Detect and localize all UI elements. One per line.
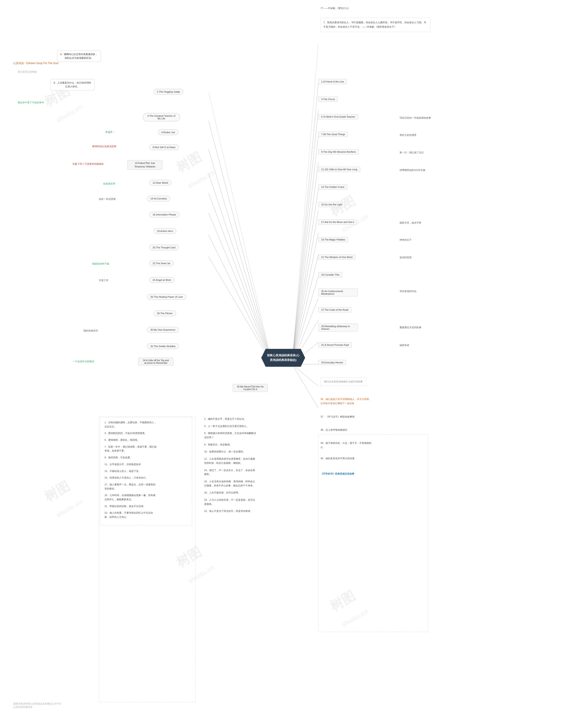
watermark-6b: shuitu.cn <box>340 608 369 629</box>
svg-line-5 <box>292 189 318 364</box>
chapter-l24: 24.Angel at Work <box>149 277 174 283</box>
right-quote36: 36、倾心血的工作不但帮助他人，并大力培养，让年轻才有信心继续下一份任务 <box>321 397 373 405</box>
chapter-r21: 21.The Wisdom of One Word <box>318 255 355 260</box>
chapter-l10: 10.Failure?No! Just Temporary Setbacks <box>127 160 162 170</box>
rodeo-label: 罗迪乔 ： <box>105 131 116 134</box>
chapter-r17: 17.Ask for the Moon and Get it <box>318 219 357 225</box>
svg-line-6 <box>292 211 318 364</box>
life-change-label: 我会命中更了不起的奇件 <box>18 101 44 104</box>
watermark-4b: shuitu.cn <box>55 498 84 519</box>
watermark-5b: shuitu.cn <box>186 564 215 585</box>
chapter-r31-cn: 秘密承诺 <box>400 344 409 347</box>
chapter-l14: 14.Hi,Cornelius <box>147 196 170 201</box>
svg-line-3 <box>292 136 318 364</box>
chapter-l22: 22.The Seed Jar <box>149 260 174 266</box>
cn-quote-9: 9、曾经同用，不枉此爱。 <box>104 455 187 460</box>
cn-quote-r14: 14、错过了，不一定会长久，失去了，未必会再拥有。 <box>204 468 297 476</box>
watermark-2: 树图 <box>173 148 204 177</box>
svg-rect-25 <box>318 434 428 632</box>
cn-quote-23: 23、做人向前看，不要停留在回忆之中无法自拔，这样伤人又伤心。 <box>104 511 187 519</box>
cn-quote-17: 17、做人要看开一点，看远点，总有一道最美的等别着你。 <box>104 482 187 491</box>
cn-quote-11: 11、分手就是分手，没有路是执非 <box>104 462 187 466</box>
cn-quote-7: 7、短暂一生中，我们游洞窟，来源于爱，我们游幸福，也来源于爱。 <box>104 445 187 453</box>
chapter-r31: 31.A Secret Promise Kept <box>318 342 352 348</box>
jello-label: 黎明时的红色果冻甜果 <box>92 145 116 148</box>
cn-quote-r2: 2、编的不是分手，而是忘不了的过去。 <box>204 417 297 421</box>
chapter-l28: 28.The Pitcher <box>154 310 176 316</box>
cn-quote-r20: 20、人与人之间的关系，不一定是直线，也可以是曲线。 <box>204 498 297 506</box>
chapter-l4: 4.The Greatest Teacher of My Life <box>143 113 180 121</box>
chapter-r9-cn: 第一日：我们成了兄们 <box>400 151 424 154</box>
cn-quote-r18: 18、人生不能后退，但可以拐弯。 <box>204 491 297 495</box>
top-quote-short: 77——毕淑敏,《爱怕什么》 <box>321 7 350 10</box>
chapter-r13: 13.The Golden Crane <box>318 184 347 190</box>
chapter-l32: 32.The Golden Buddha <box>147 343 179 349</box>
chapter-l20: 20.The Thought Card <box>149 245 179 250</box>
chapter-r33: 33.Everyday Heroes <box>318 360 346 365</box>
chapter-r19: 19.The Magic Pebbles <box>318 237 348 242</box>
cn-quote-15: 15、伤害你的人不是别人，只有你自己。 <box>104 476 187 480</box>
chapter-r9: 9.The Day We Became Brothers <box>318 149 359 154</box>
cn-quote-3: 3、爱得熟烈的烈，不如分得漂漂洒洒。 <box>104 431 187 435</box>
svg-line-1 <box>292 83 318 364</box>
cn-quote-r8: 8、有缘无分，何必勉强。 <box>204 443 297 447</box>
own-exp-label: 我的亲身经历 <box>83 329 98 332</box>
right-note1: 我们从没有告诉他他什么做不到的事 <box>321 377 366 386</box>
chapter-r15: 15.Go into the Light <box>318 202 345 207</box>
chapter-r23: 23.Consider This <box>318 272 342 277</box>
chapter-r1: 1.A Friend ol the Line <box>318 79 347 84</box>
chapter-l2: 2.The Hugging Judge <box>154 89 183 95</box>
cn-quote-r4: 4、人一辈子总会遇到让你又爱又恨的人。 <box>204 424 297 428</box>
chapter-r11-cn: 四季赠受他的101件礼物 <box>400 169 425 172</box>
svg-line-21 <box>208 213 272 364</box>
top-quote-long: 7、我喜欢爱读书的女人。书不是胭脂，却会使女人心颜常驻。书不是羽毛，却会使女人飞… <box>321 18 430 32</box>
chapter-r17-cn: 摘星月亮，做赤手梦 <box>400 221 421 224</box>
chapter-r7-cn: 美好之处的感受 <box>400 133 417 137</box>
chapter-r5: 5.To Beth's First-Grade Teacher <box>318 114 358 119</box>
lesson-label: 一个必须年记的教训 <box>72 360 94 363</box>
watermark-2b: shuitu.cn <box>186 169 215 190</box>
svg-line-2 <box>292 110 318 364</box>
cn-quote-r6: 6、偶然缘分来得经历西易，又怎会对幸福删船当运珍贵？ <box>204 431 297 439</box>
svg-line-22 <box>208 235 272 364</box>
chapter-r29: 29.Rebuilding aStairway to Heaven <box>318 324 358 332</box>
svg-line-14 <box>292 364 318 386</box>
chapter-l12: 12.Dear World <box>149 180 171 186</box>
cn-quote-13: 13、不能站洞上的人，就是下流 <box>104 469 187 473</box>
svg-line-16 <box>208 92 272 364</box>
new-world-label: 崭新新世界 <box>103 182 115 185</box>
chapter-r25: 25.An Undiscovered Masterpiece <box>318 289 358 296</box>
svg-line-0 <box>292 44 318 364</box>
watermark-4: 树图 <box>41 477 73 506</box>
cn-quote-1: 1、没有结婚的感情，总要结束，不能拥有的人，总会忘记。 <box>104 420 187 429</box>
chapter-l8: 8.Red Jell-O at Dawn <box>149 144 179 150</box>
center-node: 深夜心灵鸡汤经典语录(心灵鸡汤经典语录励志) <box>261 349 305 367</box>
cn-quote-r10: 10、如果担担图分之，就一定会遇到。 <box>204 450 297 454</box>
chapter-r19-cn: 神奇的石子 <box>400 238 412 242</box>
chapter-r27: 27.The Code of the Road <box>318 307 351 312</box>
chapter-l6: 6.Rodeo Joe <box>158 129 178 135</box>
cn-quotes-right-container: 2、编的不是分手，而是忘不了的过去。 4、人一辈子总会遇到让你又爱又恨的人。 6… <box>204 417 297 516</box>
cn-quote-5: 5、爱情很情，爱回礼，情回情。 <box>104 438 187 442</box>
box6: 6、嗯啊内心比过旁外表要难得多，深刻认识与发现最的区别。 <box>57 50 101 62</box>
svg-line-20 <box>208 193 272 364</box>
chapter-l18: 18.Action Hero <box>154 228 176 234</box>
chapter-l26: 26.The Healing Power of Love <box>147 294 186 300</box>
cn-quote-19: 19、七年时间，全身细胞都会更换一遍，所有难过和开心，都能重新来过。 <box>104 493 187 501</box>
chapter-l16: 16.Information Please <box>149 212 179 217</box>
hello-cornelius-label: 你好！科尼里斯 <box>99 197 116 201</box>
chapter-l34: 34.A Little off the Top.and aLesson to R… <box>138 358 173 366</box>
chapter-l30: 30.My Own Experience <box>147 327 179 333</box>
watermark-1b: shuitu.cn <box>55 103 84 124</box>
bottom-watermark-label: 感谢无私倡导助心灵鸡汤以及来通志公共平台 心灵鸡汤经典语录 <box>13 702 61 709</box>
svg-line-7 <box>292 233 318 364</box>
right-book-title: 《芒学的书》经典里难忘有故事 <box>321 472 354 476</box>
svg-line-19 <box>208 173 272 364</box>
cn-quote-r16: 16、人生没有永远的伤痛，再深的痛，时间会让它慢慢，所有不开心的事，都会忘得干干… <box>204 479 297 488</box>
chapter-r11: 11.101 Gifts to Give All Year Long <box>318 167 360 172</box>
chapter-r5-cn: 写给贝丝的一年级老师的故事 <box>400 116 431 120</box>
english-version-label: 英文蛋英文故事版 <box>18 70 37 74</box>
svg-line-18 <box>208 149 272 364</box>
box8: 8、人活着是为什么，自己快乐同时让别人快乐。 <box>50 79 94 90</box>
watermark-6: 树图 <box>327 587 358 615</box>
